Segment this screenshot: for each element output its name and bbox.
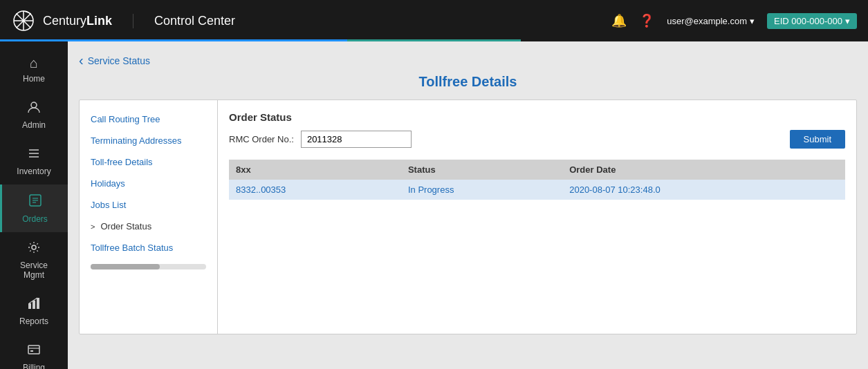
rmc-label: RMC Order No.:	[229, 134, 294, 144]
submit-button[interactable]: Submit	[790, 130, 845, 149]
breadcrumb: ‹ Service Status	[79, 53, 857, 68]
sidebar-label-orders: Orders	[22, 214, 48, 224]
progress-bar-teal	[347, 39, 521, 41]
eid-label: EID 000-000-000	[774, 16, 842, 26]
sidebar-label-inventory: Inventory	[17, 167, 50, 176]
centurylink-logo-icon	[11, 8, 36, 33]
col-header-8xx: 8xx	[229, 160, 401, 180]
left-nav: Call Routing Tree Terminating Addresses …	[80, 100, 218, 334]
left-nav-scrollbar-thumb	[91, 264, 160, 269]
results-table: 8xx Status Order Date 8332..00353 In Pro…	[229, 160, 845, 200]
inventory-icon	[27, 146, 41, 164]
left-nav-terminating-addresses[interactable]: Terminating Addresses	[80, 130, 217, 151]
left-nav-call-routing-tree[interactable]: Call Routing Tree	[80, 108, 217, 130]
progress-bar-container	[0, 39, 868, 41]
cell-order-date: 2020-08-07 10:23:48.0	[562, 180, 845, 200]
admin-icon	[27, 100, 41, 117]
col-header-status: Status	[401, 160, 562, 180]
sidebar-label-billing: Billing	[23, 363, 45, 369]
breadcrumb-link[interactable]: Service Status	[88, 55, 150, 66]
svg-rect-20	[30, 350, 33, 352]
left-nav-label: Call Routing Tree	[91, 114, 160, 124]
user-email: user@example.com	[667, 16, 747, 26]
page-title: Tollfree Details	[79, 74, 857, 90]
rmc-input[interactable]	[301, 131, 412, 148]
sidebar: ⌂ Home Admin Inventory	[0, 41, 68, 369]
back-button[interactable]: ‹	[79, 53, 84, 68]
section-title: Order Status	[229, 111, 845, 123]
svg-rect-16	[33, 301, 35, 309]
home-icon: ⌂	[30, 55, 38, 71]
eid-menu[interactable]: EID 000-000-000 ▾	[767, 13, 857, 29]
progress-bar-blue	[0, 39, 347, 41]
left-nav-holidays[interactable]: Holidays	[80, 173, 217, 194]
left-nav-label: Holidays	[91, 178, 125, 189]
user-menu[interactable]: user@example.com ▾	[667, 16, 755, 26]
right-panel: Order Status RMC Order No.: Submit 8xx S…	[218, 100, 856, 334]
left-nav-jobs-list[interactable]: Jobs List	[80, 194, 217, 216]
svg-rect-18	[28, 346, 39, 354]
sidebar-item-admin[interactable]: Admin	[0, 92, 68, 138]
help-icon[interactable]: ❓	[639, 13, 654, 28]
left-nav-tollfree-batch-status[interactable]: Tollfree Batch Status	[80, 237, 217, 258]
app-title: Control Center	[133, 14, 235, 28]
notification-icon[interactable]: 🔔	[611, 13, 627, 28]
topbar-right: 🔔 ❓ user@example.com ▾ EID 000-000-000 ▾	[611, 13, 857, 29]
logo-text: CenturyLink	[43, 14, 112, 28]
main-card: Call Routing Tree Terminating Addresses …	[79, 100, 857, 334]
sidebar-label-admin: Admin	[22, 120, 46, 130]
user-dropdown-icon: ▾	[750, 16, 755, 26]
left-nav-scrollbar[interactable]	[91, 264, 206, 269]
left-nav-label: Jobs List	[91, 200, 126, 210]
cell-number: 8332..00353	[229, 180, 401, 200]
sidebar-item-inventory[interactable]: Inventory	[0, 138, 68, 184]
service-mgmt-icon	[27, 240, 41, 258]
sidebar-label-reports: Reports	[19, 316, 48, 326]
sidebar-item-orders[interactable]: Orders	[0, 184, 68, 232]
main-layout: ⌂ Home Admin Inventory	[0, 41, 868, 369]
col-header-order-date: Order Date	[562, 160, 845, 180]
cell-status: In Progress	[401, 180, 562, 200]
results-tbody: 8332..00353 In Progress 2020-08-07 10:23…	[229, 180, 845, 200]
table-header: 8xx Status Order Date	[229, 160, 845, 180]
left-nav-label: Toll-free Details	[91, 157, 153, 167]
left-nav-label: Terminating Addresses	[91, 135, 182, 146]
sidebar-label-home: Home	[23, 74, 45, 84]
rmc-row: RMC Order No.: Submit	[229, 130, 845, 149]
topbar: CenturyLink Control Center 🔔 ❓ user@exam…	[0, 0, 868, 41]
active-arrow-icon: >	[91, 223, 95, 231]
svg-rect-17	[37, 298, 39, 309]
billing-icon	[27, 343, 41, 360]
reports-icon	[27, 296, 41, 314]
sidebar-label-service-mgmt: ServiceMgmt	[20, 261, 48, 280]
svg-point-6	[31, 102, 37, 108]
sidebar-item-home[interactable]: ⌂ Home	[0, 47, 68, 92]
left-nav-toll-free-details[interactable]: Toll-free Details	[80, 151, 217, 173]
svg-rect-15	[28, 303, 31, 309]
content-area: ‹ Service Status Tollfree Details Call R…	[68, 41, 868, 369]
sidebar-item-service-mgmt[interactable]: ServiceMgmt	[0, 232, 68, 288]
svg-point-14	[32, 245, 36, 249]
left-nav-label: Order Status	[100, 221, 151, 231]
left-nav-label: Tollfree Batch Status	[91, 243, 173, 253]
table-row: 8332..00353 In Progress 2020-08-07 10:23…	[229, 180, 845, 200]
eid-dropdown-icon: ▾	[845, 16, 850, 26]
sidebar-item-billing[interactable]: Billing	[0, 334, 68, 369]
sidebar-item-reports[interactable]: Reports	[0, 288, 68, 334]
orders-icon	[28, 193, 43, 211]
left-nav-order-status[interactable]: > Order Status	[80, 216, 217, 237]
logo: CenturyLink	[11, 8, 112, 33]
